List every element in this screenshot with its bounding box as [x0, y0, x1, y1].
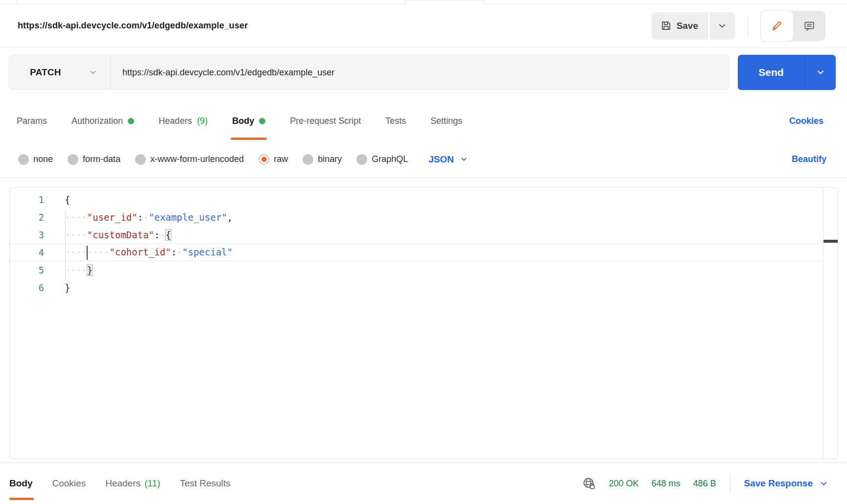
method-label: PATCH [30, 67, 61, 78]
app-tab-strip [0, 0, 847, 4]
tab-body[interactable]: Body [232, 100, 265, 141]
radio-icon [68, 154, 78, 165]
response-time: 648 ms [651, 479, 680, 489]
body-type-label: binary [318, 154, 342, 164]
token-punct: : [171, 247, 176, 257]
save-response-button[interactable]: Save Response [744, 478, 828, 489]
send-button-group: Send [738, 55, 836, 90]
response-size: 486 B [693, 479, 716, 489]
save-button[interactable]: Save [652, 12, 708, 40]
editor-overview-ruler[interactable] [823, 188, 838, 458]
response-tab-count: (11) [144, 478, 160, 489]
save-button-label: Save [677, 21, 698, 31]
radio-icon [356, 154, 367, 165]
active-request-tab-top[interactable] [405, 0, 484, 5]
response-tab-headers[interactable]: Headers(11) [105, 463, 160, 504]
token-ws: ···· [65, 229, 87, 240]
radio-selected-icon [259, 154, 269, 165]
footer-divider [730, 474, 730, 493]
tab-headers[interactable]: Headers(9) [159, 100, 208, 141]
chevron-down-icon [717, 21, 727, 31]
line-number: 4 [10, 247, 44, 258]
comments-button[interactable] [793, 11, 825, 41]
token-str: "special" [182, 247, 233, 257]
edit-mode-button[interactable] [761, 11, 793, 41]
token-ws: ···· [87, 247, 110, 257]
code-line[interactable]: 2····"user_id":·"example_user", [10, 208, 838, 226]
body-type-option-form-data[interactable]: form-data [68, 154, 120, 165]
tab-params[interactable]: Params [17, 100, 47, 141]
code-editor[interactable]: 1{2····"user_id":·"example_user",3····"c… [10, 188, 838, 458]
response-footer: BodyCookiesHeaders(11)Test Results 200 O… [0, 462, 847, 504]
tab-label: Authorization [71, 116, 123, 126]
tab-label: Headers [159, 116, 192, 126]
token-ws: ···· [65, 247, 87, 257]
status-code: 200 OK [609, 479, 638, 489]
code-line[interactable]: 3····"customData":·{ [10, 226, 838, 244]
code-content: ········"cohort_id":·"special" [44, 246, 233, 260]
code-content: ····"customData":·{ [44, 229, 171, 240]
code-line[interactable]: 6} [10, 279, 838, 297]
body-type-option-x-www-form-urlencoded[interactable]: x-www-form-urlencoded [135, 154, 244, 165]
code-content: } [44, 282, 70, 293]
send-button[interactable]: Send [738, 55, 804, 90]
token-punct: { [65, 194, 70, 205]
chevron-down-icon [460, 155, 468, 163]
tab-pre-request-script[interactable]: Pre-request Script [290, 100, 361, 141]
token-ws: · [177, 247, 182, 257]
line-number: 3 [10, 229, 44, 240]
send-options-button[interactable] [804, 55, 836, 90]
token-ws: ···· [65, 265, 87, 275]
response-tab-bar: BodyCookiesHeaders(11)Test Results [9, 463, 231, 504]
response-status-area: 200 OK 648 ms 486 B Save Response [582, 463, 828, 504]
body-type-option-graphql[interactable]: GraphQL [356, 154, 408, 165]
code-content: ····} [44, 265, 93, 275]
code-content: ····"user_id":·"example_user", [44, 212, 233, 223]
header-actions: Save [652, 11, 825, 41]
beautify-link[interactable]: Beautify [792, 154, 826, 164]
tab-settings[interactable]: Settings [430, 100, 462, 141]
format-select[interactable]: JSON [428, 154, 468, 165]
chevron-down-icon [89, 68, 97, 77]
tab-tests[interactable]: Tests [385, 100, 406, 141]
line-number: 5 [10, 265, 44, 275]
token-punct: } [65, 282, 70, 293]
tab-label: Body [232, 116, 254, 126]
token-punct: : [154, 229, 160, 240]
token-brace-match: } [87, 265, 93, 275]
body-type-option-none[interactable]: none [18, 154, 53, 165]
green-dot-indicator [128, 118, 134, 124]
tab-label: Params [17, 116, 47, 126]
chevron-down-icon [819, 479, 828, 488]
body-type-bar: noneform-datax-www-form-urlencodedrawbin… [0, 141, 847, 178]
line-number: 1 [10, 194, 44, 205]
tab-label: Pre-request Script [290, 116, 361, 126]
method-select[interactable]: PATCH [9, 55, 111, 90]
save-options-button[interactable] [709, 12, 735, 40]
url-input[interactable]: https://sdk-api.devcycle.com/v1/edgedb/e… [111, 68, 334, 78]
response-tab-body[interactable]: Body [9, 463, 33, 504]
radio-icon [135, 154, 146, 165]
code-line-active[interactable]: 4········"cohort_id":·"special" [10, 244, 838, 261]
tab-authorization[interactable]: Authorization [71, 100, 134, 141]
token-key: "user_id" [87, 212, 138, 223]
code-line[interactable]: 5····} [10, 261, 838, 279]
response-tab-test-results[interactable]: Test Results [180, 463, 230, 504]
body-editor[interactable]: 1{2····"user_id":·"example_user",3····"c… [9, 187, 838, 459]
token-str: "example_user" [149, 212, 227, 223]
chevron-down-icon [816, 68, 825, 77]
request-url-row: PATCH https://sdk-api.devcycle.com/v1/ed… [0, 47, 847, 100]
cookies-link[interactable]: Cookies [789, 116, 823, 126]
active-tab-underline [231, 137, 267, 140]
edit-comment-toggle [761, 11, 825, 41]
code-line[interactable]: 1{ [10, 191, 838, 208]
response-tab-label: Cookies [52, 478, 86, 489]
body-type-option-raw[interactable]: raw [259, 154, 288, 165]
request-tab-bar: ParamsAuthorizationHeaders(9)BodyPre-req… [0, 100, 847, 141]
response-tab-cookies[interactable]: Cookies [52, 463, 86, 504]
body-type-option-binary[interactable]: binary [303, 154, 342, 165]
line-number: 6 [10, 282, 44, 293]
body-type-label: form-data [83, 154, 120, 164]
active-response-tab-underline [9, 498, 34, 500]
url-pill: PATCH https://sdk-api.devcycle.com/v1/ed… [9, 55, 729, 90]
